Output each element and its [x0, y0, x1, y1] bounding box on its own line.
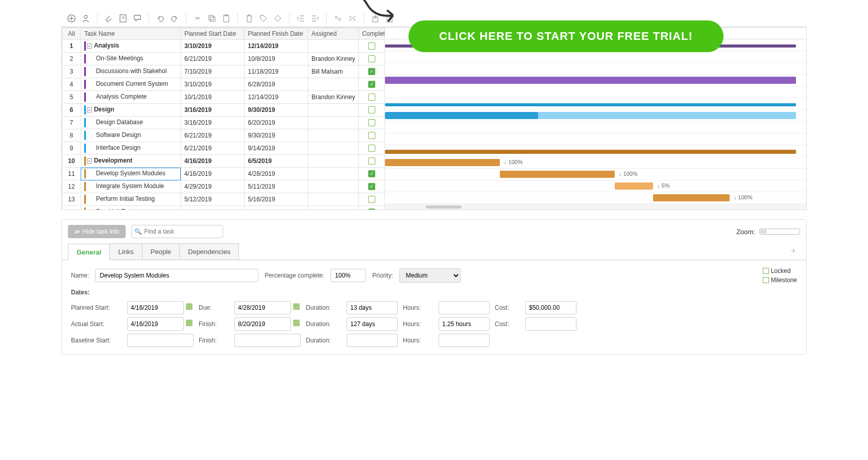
- col-name[interactable]: Task Name: [81, 28, 181, 40]
- calendar-icon[interactable]: ▦: [292, 301, 301, 314]
- priority-label: Priority:: [372, 272, 393, 279]
- indent-icon[interactable]: [310, 13, 320, 24]
- gantt-bar[interactable]: [385, 77, 796, 84]
- task-grid[interactable]: All Task Name Planned Start Date Planned…: [62, 28, 385, 210]
- find-task-input[interactable]: [131, 225, 223, 238]
- gantt-bar[interactable]: [653, 194, 730, 201]
- actual-finish-input[interactable]: [234, 317, 291, 331]
- gantt-chart[interactable]: ↓ 100%↓ 100%↓ 5%↓ 100%: [385, 28, 806, 210]
- table-row[interactable]: 3Discussions with Stakehol7/10/201911/18…: [62, 65, 385, 78]
- baseline-start-input[interactable]: [127, 334, 194, 347]
- svg-point-3: [84, 15, 87, 18]
- locked-checkbox[interactable]: Locked: [763, 267, 797, 274]
- task-details-panel: ≫ Hide task info 🔍 Zoom: General Links P…: [61, 219, 807, 355]
- hide-task-info-button[interactable]: ≫ Hide task info: [68, 225, 126, 238]
- redo-icon[interactable]: [170, 13, 180, 24]
- planned-duration-input[interactable]: [347, 301, 398, 314]
- zoom-slider[interactable]: [759, 228, 800, 235]
- cut-icon[interactable]: ✂: [192, 13, 203, 24]
- actual-duration-input[interactable]: [347, 317, 398, 331]
- table-row[interactable]: 5Analysis Complete10/1/201912/14/2019Bra…: [62, 91, 385, 104]
- tab-dependencies[interactable]: Dependencies: [179, 243, 239, 260]
- col-start[interactable]: Planned Start Date: [181, 28, 245, 40]
- note-icon[interactable]: [118, 13, 128, 24]
- col-index[interactable]: All: [62, 28, 81, 40]
- dates-label: Dates:: [71, 289, 90, 296]
- table-row[interactable]: 11Develop System Modules4/16/20194/28/20…: [62, 168, 385, 180]
- gantt-bar[interactable]: [385, 112, 538, 119]
- table-row[interactable]: 2On-Site Meetings6/21/201910/8/2019Brand…: [62, 53, 385, 65]
- zoom-label: Zoom:: [736, 228, 755, 236]
- col-done[interactable]: Complete: [359, 28, 385, 40]
- pct-label: Percentage complete:: [264, 272, 324, 279]
- delete-icon[interactable]: [244, 13, 254, 24]
- gantt-bar[interactable]: [385, 159, 500, 166]
- diamond-icon[interactable]: [273, 13, 283, 24]
- tag-icon[interactable]: [258, 13, 269, 24]
- planned-cost-input[interactable]: [525, 301, 576, 314]
- due-input[interactable]: [234, 301, 291, 314]
- actual-hours-input[interactable]: [439, 317, 490, 331]
- gantt-bar[interactable]: [538, 112, 796, 119]
- calendar-icon[interactable]: ▦: [292, 317, 301, 331]
- planned-hours-input[interactable]: [439, 301, 490, 314]
- comment-icon[interactable]: [132, 13, 142, 24]
- baseline-hours-input[interactable]: [439, 334, 490, 347]
- tab-links[interactable]: Links: [109, 243, 142, 260]
- baseline-duration-input[interactable]: [347, 334, 398, 347]
- table-row[interactable]: 4Document Current System3/10/20196/28/20…: [62, 78, 385, 91]
- table-row[interactable]: 10−Development4/16/20196/5/2019: [62, 155, 385, 168]
- paste-icon[interactable]: [221, 13, 231, 24]
- table-row[interactable]: 13Perform Initial Testing5/12/20195/16/2…: [62, 193, 385, 206]
- gantt-scrollbar[interactable]: [385, 204, 806, 210]
- priority-select[interactable]: Medium: [399, 268, 461, 283]
- table-row[interactable]: 12Integrate System Module4/29/20195/11/2…: [62, 180, 385, 193]
- gantt-bar-label: ↓ 5%: [657, 182, 669, 189]
- table-row[interactable]: 7Design Database3/16/20196/20/2019: [62, 117, 385, 129]
- svg-rect-7: [209, 15, 213, 20]
- send-icon[interactable]: ✈: [787, 243, 800, 260]
- calendar-icon[interactable]: ▦: [185, 301, 194, 314]
- planned-start-input[interactable]: [127, 301, 184, 314]
- table-row[interactable]: 8Software Design6/21/20199/30/2019: [62, 129, 385, 142]
- svg-rect-8: [210, 17, 215, 21]
- table-row[interactable]: 6−Design3/16/20199/30/2019: [62, 104, 385, 117]
- search-icon: 🔍: [134, 228, 142, 235]
- col-finish[interactable]: Planned Finish Date: [245, 28, 308, 40]
- name-label: Name:: [71, 272, 89, 279]
- calendar-icon[interactable]: ▦: [185, 317, 194, 331]
- baseline-finish-input[interactable]: [234, 334, 301, 347]
- copy-icon[interactable]: [207, 13, 217, 24]
- gantt-bar-label: ↓ 100%: [734, 194, 753, 200]
- actual-start-input[interactable]: [127, 317, 184, 331]
- name-input[interactable]: [95, 269, 258, 282]
- person-icon[interactable]: [81, 13, 91, 24]
- col-assigned[interactable]: Assigned: [308, 28, 359, 40]
- tab-general[interactable]: General: [68, 244, 110, 260]
- milestone-checkbox[interactable]: Milestone: [763, 277, 797, 284]
- add-icon[interactable]: [66, 13, 77, 24]
- gantt-bar-label: ↓ 100%: [619, 171, 638, 177]
- cta-button[interactable]: CLICK HERE TO START YOUR FREE TRIAL!: [408, 20, 724, 52]
- gantt-bar[interactable]: [385, 150, 796, 154]
- pct-input[interactable]: [330, 269, 366, 282]
- outdent-icon[interactable]: [296, 13, 306, 24]
- table-row[interactable]: 1−Analysis3/10/201912/14/2019: [62, 40, 385, 53]
- gantt-bar[interactable]: [385, 103, 796, 106]
- table-row[interactable]: 14Run Unit Tests5/16/20195/25/2019: [62, 206, 385, 210]
- gantt-bar[interactable]: [615, 182, 653, 190]
- gantt-bar[interactable]: [500, 171, 615, 178]
- table-row[interactable]: 9Interface Design6/21/20199/14/2019: [62, 142, 385, 155]
- attach-icon[interactable]: [104, 13, 114, 24]
- actual-cost-input[interactable]: [525, 317, 576, 331]
- svg-rect-9: [224, 15, 229, 22]
- undo-icon[interactable]: [155, 13, 165, 24]
- arrow-icon: [327, 0, 403, 31]
- tab-people[interactable]: People: [142, 243, 180, 260]
- gantt-bar-label: ↓ 100%: [504, 159, 523, 165]
